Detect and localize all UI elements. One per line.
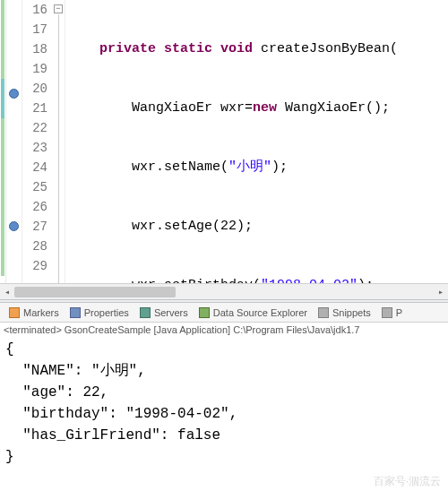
scroll-right-arrow-icon[interactable]: ▸: [434, 285, 448, 299]
folding-ruler[interactable]: −: [53, 0, 65, 283]
tab-label: Properties: [84, 307, 129, 318]
line-number: 20: [22, 79, 47, 99]
tab-label: P: [396, 307, 402, 318]
annotation-ruler[interactable]: [6, 0, 22, 283]
line-number: 25: [22, 177, 47, 197]
line-number: 19: [22, 59, 47, 79]
tab-servers[interactable]: Servers: [134, 303, 194, 323]
servers-icon: [140, 307, 151, 318]
tab-extra[interactable]: P: [376, 303, 408, 323]
extra-icon: [382, 307, 392, 318]
tab-label: Markers: [23, 307, 59, 318]
breakpoint-icon[interactable]: [9, 221, 19, 231]
tab-properties[interactable]: Properties: [65, 303, 134, 323]
line-number-gutter[interactable]: 16 17 18 19 20 21 22 23 24 25 26 27 28 2…: [22, 0, 53, 283]
markers-icon: [9, 307, 20, 318]
code-editor[interactable]: 16 17 18 19 20 21 22 23 24 25 26 27 28 2…: [0, 0, 448, 283]
line-number: 16: [22, 0, 47, 20]
line-number: 17: [22, 20, 47, 39]
line-number: 21: [22, 99, 47, 118]
line-number: 28: [22, 237, 47, 256]
data-source-icon: [199, 307, 210, 318]
tab-label: Data Source Explorer: [213, 307, 307, 318]
horizontal-scrollbar[interactable]: ◂ ▸: [0, 283, 448, 299]
tab-label: Snippets: [332, 307, 371, 318]
tab-markers[interactable]: Markers: [4, 303, 65, 323]
scrollbar-track[interactable]: [14, 285, 434, 299]
line-number: 27: [22, 217, 47, 237]
tab-snippets[interactable]: Snippets: [313, 303, 376, 323]
line-number: 22: [22, 118, 47, 138]
scrollbar-thumb[interactable]: [14, 287, 176, 297]
bottom-tab-bar[interactable]: Markers Properties Servers Data Source E…: [0, 303, 448, 323]
fold-toggle-icon[interactable]: −: [54, 4, 63, 13]
line-number: 24: [22, 158, 47, 177]
properties-icon: [70, 307, 81, 318]
console-process-label: <terminated> GsonCreateSample [Java Appl…: [0, 323, 448, 339]
scroll-left-arrow-icon[interactable]: ◂: [0, 285, 14, 299]
tab-label: Servers: [154, 307, 188, 318]
code-text-area[interactable]: private static void createJsonByBean( Wa…: [65, 0, 448, 283]
tab-data-source-explorer[interactable]: Data Source Explorer: [194, 303, 313, 323]
breakpoint-icon[interactable]: [9, 89, 19, 99]
snippets-icon: [318, 307, 329, 318]
line-number: 23: [22, 138, 47, 158]
console-output[interactable]: { "NAME": "小明", "age": 22, "birthday": "…: [0, 339, 448, 491]
line-number: 26: [22, 197, 47, 217]
line-number: 29: [22, 256, 47, 276]
change-ruler: [0, 0, 6, 283]
line-number: 18: [22, 39, 47, 59]
